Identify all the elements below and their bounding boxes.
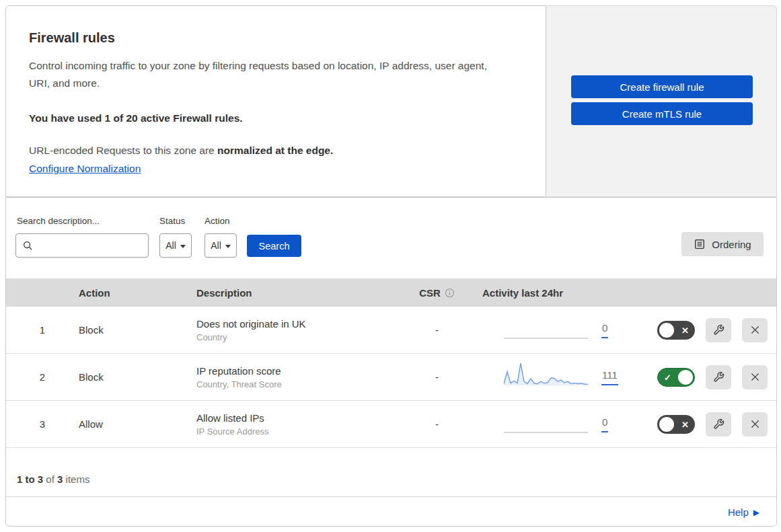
wrench-icon: [713, 418, 724, 430]
rule-csr-value: -: [408, 324, 466, 336]
wrench-icon: [713, 324, 724, 336]
rule-criteria: Country: [196, 332, 408, 342]
delete-rule-button[interactable]: [742, 412, 768, 436]
arrow-right-icon: ▶: [753, 508, 759, 517]
delete-rule-button[interactable]: [742, 318, 768, 342]
rule-description: IP reputation score: [196, 365, 408, 377]
edit-rule-button[interactable]: [706, 318, 731, 342]
rule-priority: 2: [6, 371, 79, 383]
items-count-range: 1 to 3: [17, 473, 43, 485]
rule-description: Does not originate in UK: [196, 318, 408, 330]
card-footer: Help ▶: [6, 497, 776, 527]
search-description-label: Search description...: [17, 216, 100, 226]
toggle-knob: [659, 417, 674, 432]
activity-sparkline: [504, 360, 588, 390]
activity-count-link[interactable]: 111: [601, 369, 618, 385]
rule-description-cell: Allow listed IPs IP Source Address: [196, 412, 408, 436]
status-filter-value: All: [165, 240, 176, 251]
rule-description-cell: Does not originate in UK Country: [196, 318, 408, 342]
filter-bar: Search description... Status Action All …: [6, 198, 776, 278]
column-activity: Activity last 24hr: [466, 287, 630, 299]
table-row: 1 Block Does not originate in UK Country…: [6, 307, 776, 354]
close-icon: [750, 419, 760, 429]
rule-action: Block: [79, 371, 196, 383]
action-filter-dropdown[interactable]: All: [204, 233, 237, 258]
items-count: 1 to 3 of 3 items: [6, 448, 776, 497]
search-input-wrapper: [15, 233, 149, 258]
search-button[interactable]: Search: [247, 235, 301, 257]
rule-criteria: IP Source Address: [196, 426, 408, 436]
chevron-down-icon: [180, 245, 186, 248]
status-label: Status: [159, 216, 185, 226]
rule-controls: ✓ ✕: [630, 365, 776, 389]
table-header: Action Description CSR Activity last 24h…: [6, 278, 776, 307]
list-icon: [694, 238, 706, 250]
x-icon: ✕: [681, 326, 689, 334]
page-description: Control incoming traffic to your zone by…: [29, 57, 503, 92]
x-icon: ✕: [681, 420, 689, 428]
create-mtls-rule-button[interactable]: Create mTLS rule: [571, 102, 753, 125]
rule-description-cell: IP reputation score Country, Threat Scor…: [196, 365, 408, 389]
rule-activity-cell: 0: [466, 408, 630, 441]
column-csr: CSR: [408, 287, 466, 299]
search-icon: [23, 241, 33, 251]
column-activity-label: Activity last 24hr: [466, 287, 563, 299]
ordering-button-label: Ordering: [712, 239, 751, 250]
activity-sparkline: [504, 408, 588, 437]
rule-priority: 1: [6, 324, 79, 336]
help-link-label: Help: [728, 506, 749, 518]
create-firewall-rule-button[interactable]: Create firewall rule: [571, 75, 753, 98]
action-label: Action: [204, 216, 230, 226]
table-row: 3 Allow Allow listed IPs IP Source Addre…: [6, 401, 776, 448]
rule-csr-value: -: [408, 371, 466, 383]
close-icon: [750, 325, 760, 335]
chevron-down-icon: [225, 245, 231, 248]
rule-controls: ✓ ✕: [630, 318, 776, 342]
rule-enabled-toggle[interactable]: ✓ ✕: [657, 415, 695, 434]
activity-count-link[interactable]: 0: [601, 322, 608, 338]
rules-table-body: 1 Block Does not originate in UK Country…: [6, 307, 776, 448]
info-icon[interactable]: [445, 288, 455, 298]
configure-normalization-link[interactable]: Configure Normalization: [29, 163, 141, 174]
normalization-bold-text: normalized at the edge.: [217, 145, 333, 156]
rule-enabled-toggle[interactable]: ✓ ✕: [657, 321, 695, 340]
page-title: Firewall rules: [29, 29, 519, 46]
edit-rule-button[interactable]: [706, 412, 731, 436]
toggle-knob: [659, 323, 674, 338]
rules-list-card: Search description... Status Action All …: [5, 197, 777, 527]
toggle-knob: [678, 370, 693, 385]
status-filter-dropdown[interactable]: All: [159, 233, 192, 258]
rule-activity-cell: 111: [466, 360, 630, 394]
normalization-notice: URL-encoded Requests to this zone are no…: [29, 145, 519, 157]
items-count-of: of: [43, 473, 57, 485]
rule-action: Allow: [79, 418, 196, 430]
rule-controls: ✓ ✕: [630, 412, 776, 436]
rule-enabled-toggle[interactable]: ✓ ✕: [657, 368, 695, 387]
table-row: 2 Block IP reputation score Country, Thr…: [6, 354, 776, 401]
action-filter-value: All: [211, 240, 221, 251]
firewall-rules-intro-card: Firewall rules Control incoming traffic …: [5, 5, 546, 197]
search-input[interactable]: [38, 239, 139, 252]
rule-activity-cell: 0: [466, 313, 630, 347]
rule-description: Allow listed IPs: [196, 412, 408, 424]
edit-rule-button[interactable]: [706, 365, 731, 389]
check-icon: ✓: [664, 373, 671, 381]
activity-count-link[interactable]: 0: [601, 416, 608, 432]
column-description: Description: [196, 287, 408, 299]
usage-notice: You have used 1 of 20 active Firewall ru…: [29, 112, 519, 124]
delete-rule-button[interactable]: [742, 365, 768, 389]
close-icon: [750, 372, 760, 382]
column-action: Action: [79, 287, 196, 299]
rule-priority: 3: [6, 418, 79, 430]
wrench-icon: [713, 371, 724, 383]
rule-csr-value: -: [408, 418, 466, 430]
rule-action: Block: [79, 324, 196, 336]
items-count-suffix: items: [63, 473, 89, 485]
ordering-button[interactable]: Ordering: [681, 232, 764, 256]
activity-sparkline: [504, 313, 588, 343]
help-link[interactable]: Help ▶: [728, 506, 759, 518]
column-csr-label: CSR: [419, 287, 441, 299]
normalization-text: URL-encoded Requests to this zone are: [29, 145, 217, 156]
actions-panel: Create firewall rule Create mTLS rule: [546, 5, 777, 197]
rule-criteria: Country, Threat Score: [196, 379, 408, 389]
